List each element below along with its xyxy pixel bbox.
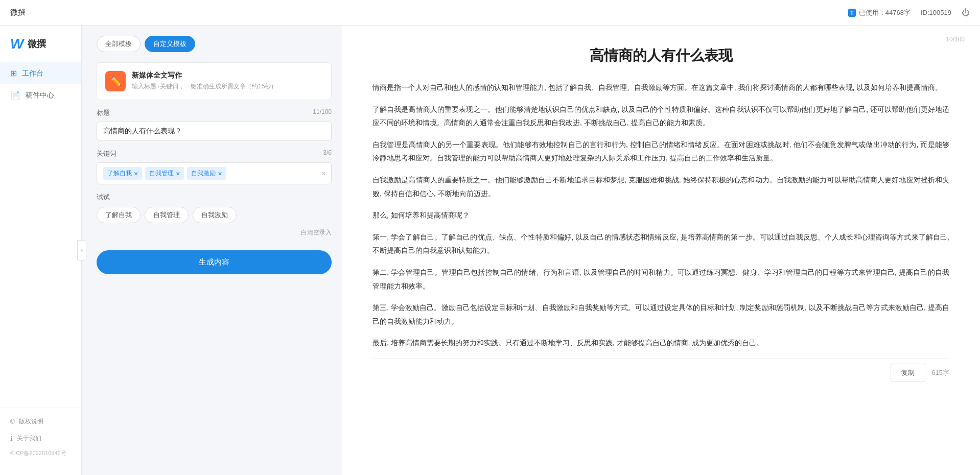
clear-link[interactable]: 白清空录入	[97, 228, 332, 237]
sidebar-item-workbench[interactable]: ⊞ 工作台	[0, 62, 81, 84]
keyword-counter: 3/6	[323, 149, 332, 158]
title-input[interactable]	[97, 122, 332, 141]
sidebar-label-drafts: 稿件中心	[26, 91, 54, 100]
topbar-title: 微撰	[10, 8, 26, 17]
preview-para-7: 第三, 学会激励自己。激励自己包括设定目标和计划、自我激励和自我奖励等方式。可以…	[372, 301, 949, 328]
preview-para-0: 情商是指一个人对自己和他人的感情的认知和管理能力, 包括了解自我、自我管理、自我…	[372, 81, 949, 94]
usage-icon: T	[848, 9, 856, 17]
sidebar-bottom: © 版权说明 ℹ 关于我们 ©ICP备2022016946号	[0, 408, 81, 465]
trial-tag-2[interactable]: 自我管理	[145, 207, 189, 223]
preview-title: 高情商的人有什么表现	[372, 46, 949, 65]
user-id: ID:100519	[921, 9, 951, 16]
tab-all[interactable]: 全部模板	[97, 36, 141, 52]
title-label-row: 标题 11/100	[97, 108, 332, 117]
keyword-remove-1[interactable]: ×	[134, 170, 138, 178]
preview-footer: 复制 615字	[372, 358, 949, 387]
collapse-button[interactable]: ‹	[77, 240, 86, 260]
logo-text: 微撰	[28, 38, 46, 50]
template-card-icon: ✏️	[105, 71, 126, 91]
workbench-icon: ⊞	[10, 68, 17, 78]
topbar-right: T 已使用：44768字 ID:100519 ⏻	[848, 8, 970, 17]
copyright-icon: ©	[10, 418, 15, 425]
sidebar-nav: ⊞ 工作台 📄 稿件中心	[0, 62, 81, 106]
tab-bar: 全部模板 自定义模板	[97, 36, 332, 52]
main-layout: W 微撰 ⊞ 工作台 📄 稿件中心 © 版权说明 ℹ 关于我们	[0, 26, 980, 475]
logo-w: W	[10, 36, 24, 52]
template-desc: 输入标题+关键词，一键准确生成所需文章（约15秒）	[132, 82, 277, 91]
sidebar-item-copyright[interactable]: © 版权说明	[0, 413, 81, 430]
icp-text: ©ICP备2022016946号	[0, 447, 81, 460]
sidebar-top: W 微撰 ⊞ 工作台 📄 稿件中心	[0, 36, 81, 106]
keyword-box[interactable]: 了解自我 × 自我管理 × 自我激励 × ×	[97, 162, 332, 184]
keyword-remove-2[interactable]: ×	[176, 170, 180, 178]
keyword-label: 关键词	[97, 149, 116, 158]
tab-custom[interactable]: 自定义模板	[145, 36, 195, 52]
preview-para-4: 那么, 如何培养和提高情商呢？	[372, 208, 949, 222]
keyword-tag-1: 了解自我 ×	[103, 167, 142, 180]
trial-tags: 了解自我 自我管理 自我激励	[97, 207, 332, 223]
trial-tag-3[interactable]: 自我激励	[193, 207, 237, 223]
usage-info: T 已使用：44768字	[848, 8, 911, 17]
preview-panel: 10/100 高情商的人有什么表现 情商是指一个人对自己和他人的感情的认知和管理…	[342, 26, 980, 475]
word-count: 615字	[931, 368, 949, 377]
preview-content: 情商是指一个人对自己和他人的感情的认知和管理能力, 包括了解自我、自我管理、自我…	[372, 81, 949, 350]
title-counter: 11/100	[313, 108, 332, 117]
keyword-tag-2: 自我管理 ×	[145, 167, 184, 180]
copy-button[interactable]: 复制	[891, 364, 925, 382]
keyword-remove-3[interactable]: ×	[218, 170, 222, 178]
sidebar: W 微撰 ⊞ 工作台 📄 稿件中心 © 版权说明 ℹ 关于我们	[0, 26, 82, 475]
preview-para-3: 自我激励是高情商人的重要特质之一。他们能够激励自己不断地追求目标和梦想, 克服困…	[372, 173, 949, 200]
about-icon: ℹ	[10, 435, 13, 442]
sidebar-label-about: 关于我们	[17, 434, 41, 443]
usage-label: 已使用：44768字	[859, 8, 911, 17]
sidebar-label-copyright: 版权说明	[19, 417, 43, 426]
trial-label: 试试	[97, 193, 332, 202]
template-card[interactable]: ✏️ 新媒体全文写作 输入标题+关键词，一键准确生成所需文章（约15秒）	[97, 62, 332, 100]
power-icon[interactable]: ⏻	[962, 8, 970, 17]
keyword-tag-3: 自我激励 ×	[187, 167, 226, 180]
drafts-icon: 📄	[10, 90, 20, 100]
keyword-clear-icon[interactable]: ×	[321, 169, 326, 178]
template-info: 新媒体全文写作 输入标题+关键词，一键准确生成所需文章（约15秒）	[132, 71, 277, 91]
trial-section: 试试 了解自我 自我管理 自我激励 白清空录入	[97, 193, 332, 237]
content-panel: 全部模板 自定义模板 ✏️ 新媒体全文写作 输入标题+关键词，一键准确生成所需文…	[86, 26, 342, 475]
topbar: 微撰 T 已使用：44768字 ID:100519 ⏻	[0, 0, 980, 26]
page-counter: 10/100	[946, 36, 965, 43]
preview-para-8: 最后, 培养高情商需要长期的努力和实践。只有通过不断地学习、反思和实践, 才能够…	[372, 336, 949, 350]
sidebar-item-drafts[interactable]: 📄 稿件中心	[0, 84, 81, 106]
generate-button[interactable]: 生成内容	[97, 250, 332, 274]
title-section: 标题 11/100	[97, 108, 332, 141]
preview-para-2: 自我管理是高情商人的另一个重要表现。他们能够有效地控制自己的言行和行为, 控制自…	[372, 138, 949, 165]
title-label: 标题	[97, 108, 110, 117]
trial-tag-1[interactable]: 了解自我	[97, 207, 141, 223]
sidebar-label-workbench: 工作台	[22, 69, 43, 78]
template-title: 新媒体全文写作	[132, 71, 277, 80]
sidebar-logo: W 微撰	[0, 36, 81, 62]
preview-para-1: 了解自我是高情商人的重要表现之一。他们能够清楚地认识自己的优点和缺点, 以及自己…	[372, 103, 949, 130]
preview-para-5: 第一, 学会了解自己。了解自己的优点、缺点、个性特质和偏好, 以及自己的情感状态…	[372, 230, 949, 257]
keyword-section: 关键词 3/6 了解自我 × 自我管理 × 自我激励 × ×	[97, 149, 332, 184]
keyword-label-row: 关键词 3/6	[97, 149, 332, 158]
sidebar-item-about[interactable]: ℹ 关于我们	[0, 430, 81, 447]
preview-para-6: 第二, 学会管理自己。管理自己包括控制自己的情绪、行为和言语, 以及管理自己的时…	[372, 266, 949, 293]
